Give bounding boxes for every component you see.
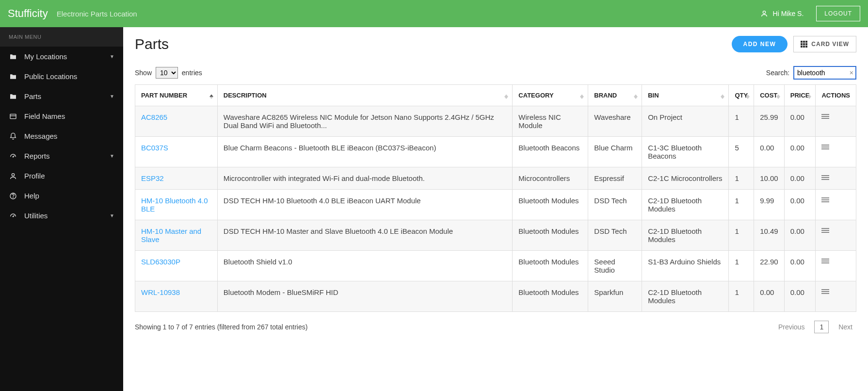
chevron-down-icon: ▼ xyxy=(110,94,114,99)
sidebar-item-help[interactable]: Help xyxy=(0,186,123,206)
sidebar-item-label: Reports xyxy=(24,152,110,160)
svg-point-0 xyxy=(763,11,765,14)
col-brand[interactable]: BRAND xyxy=(588,85,642,106)
user-icon xyxy=(9,172,17,180)
cell: C2-1D Bluetooth Modules xyxy=(642,220,729,251)
row-actions-icon[interactable] xyxy=(821,258,829,264)
cell: Blue Charm xyxy=(588,137,642,167)
cell: C1-3C Bluetooth Beacons xyxy=(642,137,729,167)
cell: On Project xyxy=(642,106,729,137)
cell: 0.00 xyxy=(784,190,816,220)
cell: DSD Tech xyxy=(588,190,642,220)
sidebar-item-parts[interactable]: Parts▼ xyxy=(0,86,123,106)
table-row: BC037SBlue Charm Beacons - Bluetooth BLE… xyxy=(135,137,856,167)
cell: 10.49 xyxy=(754,220,785,251)
cell: Blue Charm Beacons - Bluetooth BLE iBeac… xyxy=(217,137,513,167)
chevron-down-icon: ▼ xyxy=(110,153,114,159)
next-button[interactable]: Next xyxy=(835,321,856,333)
grid-icon xyxy=(801,41,807,48)
sidebar: MAIN MENU My Locations▼Public LocationsP… xyxy=(0,27,123,391)
part-link[interactable]: BC037S xyxy=(141,144,168,152)
search-control: Search: × xyxy=(766,66,856,80)
sidebar-item-utilities[interactable]: Utilities▼ xyxy=(0,206,123,226)
row-actions-icon[interactable] xyxy=(821,196,829,203)
brand[interactable]: Stufficity xyxy=(8,7,48,20)
add-new-button[interactable]: ADD NEW xyxy=(732,36,788,52)
row-actions-icon[interactable] xyxy=(821,113,829,120)
folder-icon xyxy=(9,93,17,100)
cell: WRL-10938 xyxy=(135,281,218,312)
sidebar-item-reports[interactable]: Reports▼ xyxy=(0,146,123,166)
cell: HM-10 Master and Slave xyxy=(135,220,218,251)
sidebar-item-messages[interactable]: Messages xyxy=(0,126,123,146)
sidebar-item-label: Messages xyxy=(24,132,114,140)
logout-button[interactable]: LOGOUT xyxy=(816,6,860,21)
svg-point-7 xyxy=(13,197,14,198)
folder-icon xyxy=(9,53,17,61)
part-link[interactable]: HM-10 Bluetooth 4.0 BLE xyxy=(141,196,208,213)
row-actions-icon[interactable] xyxy=(821,227,829,234)
cell: C2-1D Bluetooth Modules xyxy=(642,190,729,220)
col-qty[interactable]: QTY xyxy=(729,85,754,106)
sidebar-item-label: Profile xyxy=(24,172,114,180)
card-view-button[interactable]: CARD VIEW xyxy=(793,36,856,52)
cell: 1 xyxy=(729,190,754,220)
cell: 10.00 xyxy=(754,167,785,190)
svg-line-9 xyxy=(13,215,15,216)
col-price[interactable]: PRICE xyxy=(784,85,816,106)
cell xyxy=(816,251,856,281)
parts-table: PART NUMBERDESCRIPTIONCATEGORYBRANDBINQT… xyxy=(135,84,856,312)
cell: SLD63030P xyxy=(135,251,218,281)
prev-button[interactable]: Previous xyxy=(774,321,808,333)
table-row: HM-10 Bluetooth 4.0 BLEDSD TECH HM-10 Bl… xyxy=(135,190,856,220)
cell: Bluetooth Shield v1.0 xyxy=(217,251,513,281)
row-actions-icon[interactable] xyxy=(821,144,829,150)
cell: Waveshare AC8265 Wireless NIC Module for… xyxy=(217,106,513,137)
cell: S1-B3 Arduino Shields xyxy=(642,251,729,281)
part-link[interactable]: HM-10 Master and Slave xyxy=(141,227,201,244)
sidebar-item-field-names[interactable]: Field Names xyxy=(0,106,123,126)
col-part-number[interactable]: PART NUMBER xyxy=(135,85,218,106)
sidebar-item-label: Parts xyxy=(24,92,110,100)
cell: 0.00 xyxy=(784,137,816,167)
row-actions-icon[interactable] xyxy=(821,174,829,181)
cell: Microcontrollers xyxy=(513,167,588,190)
cell: Bluetooth Modules xyxy=(513,281,588,312)
row-actions-icon[interactable] xyxy=(821,288,829,295)
gauge-icon xyxy=(9,212,17,220)
table-row: WRL-10938Bluetooth Modem - BlueSMiRF HID… xyxy=(135,281,856,312)
part-link[interactable]: AC8265 xyxy=(141,113,167,121)
cell: C2-1D Bluetooth Modules xyxy=(642,281,729,312)
col-description[interactable]: DESCRIPTION xyxy=(217,85,513,106)
col-category[interactable]: CATEGORY xyxy=(513,85,588,106)
col-cost[interactable]: COST xyxy=(754,85,785,106)
cell xyxy=(816,106,856,137)
cell: Microcontroller with integrated Wi-Fi an… xyxy=(217,167,513,190)
page-number[interactable]: 1 xyxy=(814,321,829,333)
cell: 9.99 xyxy=(754,190,785,220)
sidebar-item-my-locations[interactable]: My Locations▼ xyxy=(0,47,123,66)
sidebar-item-public-locations[interactable]: Public Locations xyxy=(0,66,123,86)
sidebar-item-profile[interactable]: Profile xyxy=(0,166,123,186)
table-row: HM-10 Master and SlaveDSD TECH HM-10 Mas… xyxy=(135,220,856,251)
table-row: SLD63030PBluetooth Shield v1.0Bluetooth … xyxy=(135,251,856,281)
clear-search-icon[interactable]: × xyxy=(850,69,853,77)
part-link[interactable]: WRL-10938 xyxy=(141,288,180,296)
cell: 0.00 xyxy=(754,281,785,312)
svg-line-4 xyxy=(13,155,15,157)
col-bin[interactable]: BIN xyxy=(642,85,729,106)
cell: 1 xyxy=(729,167,754,190)
page-size-select[interactable]: 10 xyxy=(156,67,178,79)
search-input[interactable] xyxy=(793,66,856,80)
cell: 0.00 xyxy=(784,167,816,190)
part-link[interactable]: SLD63030P xyxy=(141,258,180,266)
cell: 25.99 xyxy=(754,106,785,137)
cell: 22.90 xyxy=(754,251,785,281)
cell: 1 xyxy=(729,281,754,312)
cell: Bluetooth Beacons xyxy=(513,137,588,167)
cell xyxy=(816,190,856,220)
part-link[interactable]: ESP32 xyxy=(141,174,164,182)
cell: 0.00 xyxy=(784,281,816,312)
bell-icon xyxy=(9,132,17,140)
sidebar-item-label: Utilities xyxy=(24,212,110,220)
